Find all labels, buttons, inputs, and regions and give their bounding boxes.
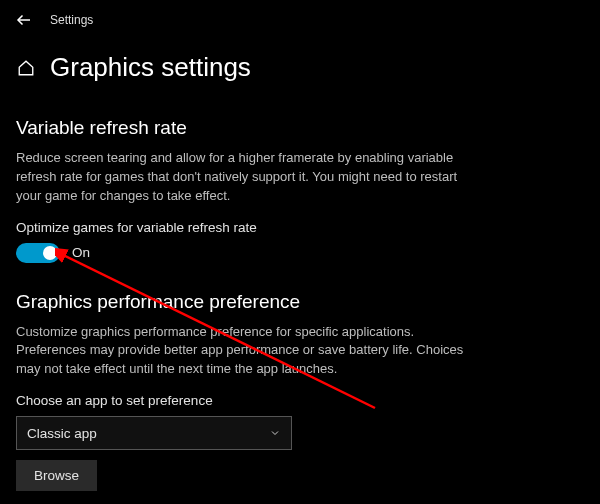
page-title: Graphics settings	[50, 52, 251, 83]
vrr-toggle[interactable]	[16, 243, 60, 263]
vrr-section-title: Variable refresh rate	[16, 117, 584, 139]
gpp-section-description: Customize graphics performance preferenc…	[16, 323, 486, 380]
gpp-section-title: Graphics performance preference	[16, 291, 584, 313]
dropdown-selected-value: Classic app	[27, 426, 97, 441]
choose-app-label: Choose an app to set preference	[16, 393, 584, 408]
toggle-knob-icon	[43, 246, 57, 260]
app-type-dropdown[interactable]: Classic app	[16, 416, 292, 450]
chevron-down-icon	[269, 427, 281, 439]
vrr-toggle-state: On	[72, 245, 90, 260]
vrr-option-label: Optimize games for variable refresh rate	[16, 220, 584, 235]
browse-button[interactable]: Browse	[16, 460, 97, 491]
app-title: Settings	[50, 13, 93, 27]
vrr-section-description: Reduce screen tearing and allow for a hi…	[16, 149, 486, 206]
back-button[interactable]	[14, 10, 34, 30]
home-icon[interactable]	[16, 58, 36, 78]
arrow-left-icon	[15, 11, 33, 29]
